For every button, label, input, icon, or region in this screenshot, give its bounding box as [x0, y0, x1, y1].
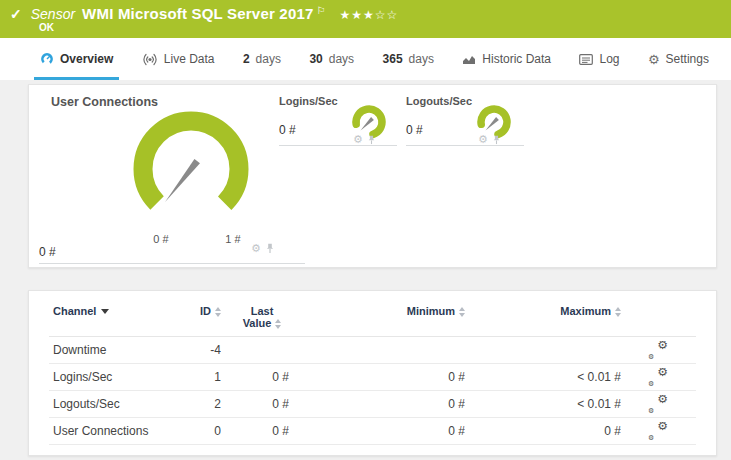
tab-log[interactable]: Log	[573, 38, 625, 80]
gear-icon[interactable]: ⚙	[251, 243, 261, 254]
cell-min: 0 #	[289, 424, 465, 438]
user-connections-gauge	[126, 104, 256, 234]
channel-settings-gears-icon[interactable]: ⚙⚙	[648, 341, 668, 359]
table-header-row: Channel ID Last Value Minimum Maximum	[49, 291, 696, 337]
tab-historic-data[interactable]: Historic Data	[456, 38, 557, 80]
status-badge: OK	[39, 22, 54, 33]
sensor-header: ✓ Sensor WMI Microsoft SQL Server 2017 ⚐…	[0, 0, 731, 38]
tab-settings[interactable]: ⚙ Settings	[642, 38, 715, 80]
column-header-maximum[interactable]: Maximum	[465, 305, 621, 317]
logouts-value: 0 #	[406, 123, 423, 137]
gear-icon: ⚙	[648, 53, 660, 66]
tab-30-days[interactable]: 30 days	[303, 38, 360, 80]
table-row[interactable]: Downtime-4⚙⚙	[49, 337, 696, 364]
cell-id: 0	[169, 424, 221, 438]
table-body: Downtime-4⚙⚙Logins/Sec10 #0 #< 0.01 #⚙⚙L…	[49, 337, 696, 445]
gear-icon[interactable]: ⚙	[353, 134, 363, 145]
cell-min: 0 #	[289, 370, 465, 384]
cell-max: 0 #	[465, 424, 621, 438]
logouts-gauge-title: Logouts/Sec	[406, 95, 472, 107]
pin-icon[interactable]	[265, 243, 275, 254]
column-header-last-value[interactable]: Last Value	[221, 305, 289, 329]
content-area: User Connections 0 # 1 # 0 # ⚙ Logins/Se…	[0, 80, 731, 456]
cell-last: 0 #	[221, 397, 289, 411]
cell-max: < 0.01 #	[465, 397, 621, 411]
channel-settings-gears-icon[interactable]: ⚙⚙	[648, 395, 668, 413]
cell-channel: Logins/Sec	[49, 370, 169, 384]
gauge-icon	[40, 52, 54, 66]
column-header-id[interactable]: ID	[169, 305, 221, 317]
live-broadcast-icon	[142, 53, 158, 66]
user-connections-value: 0 #	[39, 245, 56, 259]
table-row[interactable]: User Connections00 #0 #0 #⚙⚙	[49, 418, 696, 445]
table-row[interactable]: Logins/Sec10 #0 #< 0.01 #⚙⚙	[49, 364, 696, 391]
column-header-channel[interactable]: Channel	[49, 305, 169, 317]
logins-gauge-title: Logins/Sec	[279, 95, 338, 107]
cell-id: 2	[169, 397, 221, 411]
sensor-type-label: Sensor	[31, 6, 75, 22]
cell-id: 1	[169, 370, 221, 384]
status-ok-check-icon: ✓	[10, 6, 22, 22]
column-header-minimum[interactable]: Minimum	[289, 305, 465, 317]
page-title: WMI Microsoft SQL Server 2017	[82, 5, 313, 22]
tab-bar: Overview Live Data 2 days 30 days 365 da…	[0, 38, 731, 80]
gauge-scale-min: 0 #	[141, 233, 181, 245]
cell-last: 0 #	[221, 370, 289, 384]
sort-icon	[615, 307, 621, 317]
gear-icon[interactable]: ⚙	[478, 134, 488, 145]
divider	[279, 145, 397, 146]
divider	[39, 263, 305, 264]
tab-2-days[interactable]: 2 days	[237, 38, 287, 80]
table-row[interactable]: Logouts/Sec20 #0 #< 0.01 #⚙⚙	[49, 391, 696, 418]
pin-icon[interactable]	[367, 135, 376, 145]
cell-channel: Downtime	[49, 343, 169, 357]
pin-icon[interactable]	[492, 135, 501, 145]
sort-icon	[275, 319, 281, 329]
cell-max: < 0.01 #	[465, 370, 621, 384]
cell-channel: Logouts/Sec	[49, 397, 169, 411]
cell-last: 0 #	[221, 424, 289, 438]
sort-desc-icon	[101, 309, 109, 314]
cell-id: -4	[169, 343, 221, 357]
log-list-icon	[579, 54, 593, 65]
cell-channel: User Connections	[49, 424, 169, 438]
gauges-panel: User Connections 0 # 1 # 0 # ⚙ Logins/Se…	[28, 84, 717, 268]
flag-icon[interactable]: ⚐	[317, 5, 326, 16]
tab-365-days[interactable]: 365 days	[377, 38, 440, 80]
tab-overview[interactable]: Overview	[34, 38, 119, 80]
logins-value: 0 #	[279, 123, 296, 137]
channel-settings-gears-icon[interactable]: ⚙⚙	[648, 368, 668, 386]
channel-settings-gears-icon[interactable]: ⚙⚙	[648, 422, 668, 440]
channels-table: Channel ID Last Value Minimum Maximum Do…	[28, 290, 717, 456]
area-chart-icon	[462, 54, 476, 65]
tab-live-data[interactable]: Live Data	[136, 38, 221, 80]
cell-min: 0 #	[289, 397, 465, 411]
gauge-scale-max: 1 #	[213, 233, 253, 245]
divider	[406, 145, 524, 146]
priority-stars[interactable]: ★★★☆☆	[340, 8, 399, 22]
